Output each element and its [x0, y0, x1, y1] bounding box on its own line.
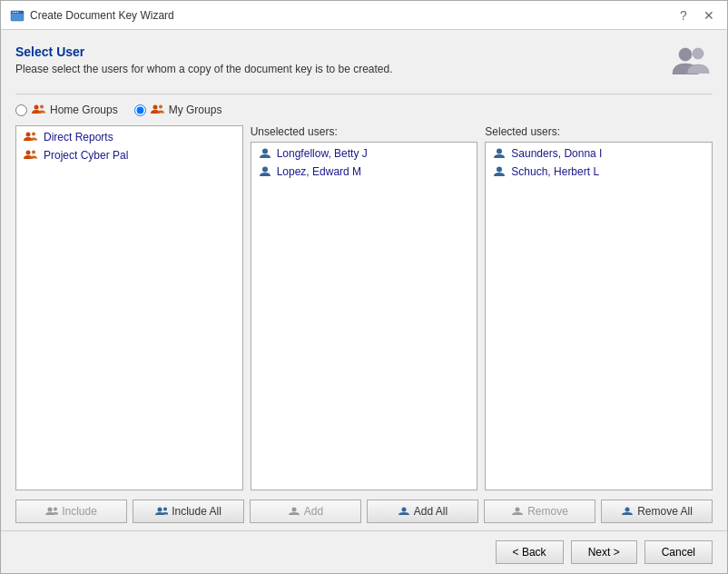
add-label: Add — [304, 505, 323, 518]
list-item[interactable]: Project Cyber Pal — [16, 146, 242, 164]
svg-point-9 — [152, 105, 157, 110]
svg-point-10 — [159, 105, 162, 109]
divider — [15, 94, 713, 94]
svg-point-12 — [32, 133, 35, 136]
selected-column: Selected users: Saunders, Donna I — [485, 125, 713, 490]
remove-all-icon — [621, 506, 634, 517]
svg-point-17 — [497, 149, 502, 154]
list-item[interactable]: Schuch, Herbert L — [486, 163, 712, 181]
user-icon — [493, 165, 506, 178]
header-text: Select User Please select the users for … — [15, 45, 393, 75]
user-icon — [493, 147, 506, 160]
svg-point-8 — [40, 105, 44, 109]
my-groups-radio-option[interactable]: My Groups — [134, 104, 222, 116]
remove-button[interactable]: Remove — [484, 500, 595, 523]
cancel-button[interactable]: Cancel — [644, 540, 713, 564]
svg-point-23 — [291, 508, 296, 512]
svg-point-16 — [262, 167, 268, 173]
add-all-icon — [398, 506, 410, 517]
wizard-icon — [10, 8, 25, 23]
svg-point-26 — [625, 508, 630, 512]
back-button[interactable]: < Back — [496, 540, 564, 564]
page-description: Please select the users for whom a copy … — [15, 63, 393, 75]
groups-column: Direct Reports Project Cyber Pal — [15, 125, 243, 490]
list-item[interactable]: Lopez, Edward M — [251, 163, 477, 181]
user-icon — [259, 165, 271, 178]
include-all-icon — [155, 506, 168, 517]
radio-row: Home Groups My Groups — [15, 104, 713, 116]
svg-point-21 — [158, 508, 162, 512]
svg-point-5 — [679, 48, 692, 61]
title-bar-right: ? ✕ — [674, 6, 718, 25]
wizard-window: Create Document Key Wizard ? ✕ Select Us… — [0, 0, 728, 574]
add-button[interactable]: Add — [250, 500, 361, 523]
my-groups-radio[interactable] — [134, 104, 146, 116]
unselected-users-list[interactable]: Longfellow, Betty J Lopez, Edward M — [251, 142, 478, 490]
unselected-label: Unselected users: — [251, 125, 478, 138]
svg-point-4 — [17, 11, 19, 13]
group-icon — [24, 131, 38, 144]
home-groups-icon — [32, 104, 46, 116]
include-all-label: Include All — [172, 505, 221, 518]
remove-all-button[interactable]: Remove All — [601, 500, 713, 523]
user-icon — [259, 147, 271, 160]
include-label: Include — [62, 505, 97, 518]
remove-btn-panel: Remove Remove All — [484, 500, 713, 523]
home-groups-label: Home Groups — [50, 104, 118, 116]
svg-point-11 — [26, 133, 31, 137]
add-all-button[interactable]: Add All — [367, 500, 478, 523]
svg-point-13 — [26, 151, 31, 155]
close-button[interactable]: ✕ — [700, 6, 718, 25]
action-buttons-row: Include Include All — [15, 500, 713, 523]
users-icon — [671, 45, 711, 80]
include-all-button[interactable]: Include All — [133, 500, 244, 523]
header-section: Select User Please select the users for … — [15, 45, 713, 81]
home-groups-radio-option[interactable]: Home Groups — [15, 104, 118, 116]
svg-point-2 — [13, 11, 15, 13]
home-groups-radio[interactable] — [15, 104, 27, 116]
add-all-label: Add All — [414, 505, 448, 518]
help-button[interactable]: ? — [674, 6, 693, 25]
list-item[interactable]: Direct Reports — [16, 128, 242, 146]
page-title: Select User — [15, 45, 393, 59]
header-icon — [669, 45, 713, 81]
unselected-column: Unselected users: Longfellow, Betty J — [251, 125, 478, 490]
add-icon — [288, 506, 300, 517]
title-text: Create Document Key Wizard — [30, 9, 174, 22]
svg-point-19 — [48, 508, 53, 512]
title-bar-left: Create Document Key Wizard — [10, 8, 174, 23]
remove-all-label: Remove All — [637, 505, 693, 518]
svg-point-6 — [693, 48, 703, 59]
svg-point-18 — [497, 167, 502, 173]
svg-point-22 — [163, 508, 167, 511]
main-content: Select User Please select the users for … — [1, 30, 727, 530]
groups-list[interactable]: Direct Reports Project Cyber Pal — [15, 125, 243, 490]
svg-point-7 — [34, 105, 39, 110]
next-button[interactable]: Next > — [571, 540, 637, 564]
footer: < Back Next > Cancel — [1, 530, 727, 573]
remove-icon — [511, 506, 524, 517]
svg-point-14 — [32, 151, 35, 154]
svg-point-3 — [15, 11, 16, 13]
group-icon — [24, 149, 38, 162]
list-item[interactable]: Saunders, Donna I — [486, 144, 712, 163]
list-item[interactable]: Longfellow, Betty J — [251, 144, 477, 163]
include-icon — [45, 506, 58, 517]
lists-section: Direct Reports Project Cyber Pal — [15, 125, 713, 490]
groups-btn-panel: Include Include All — [15, 500, 244, 523]
svg-point-15 — [262, 149, 268, 154]
svg-point-25 — [516, 508, 520, 512]
include-button[interactable]: Include — [15, 500, 127, 523]
svg-point-24 — [401, 508, 406, 512]
my-groups-label: My Groups — [169, 104, 222, 116]
remove-label: Remove — [527, 505, 568, 518]
selected-label: Selected users: — [485, 125, 713, 138]
add-btn-panel: Add Add All — [250, 500, 478, 523]
my-groups-icon — [151, 104, 165, 116]
svg-point-20 — [54, 508, 57, 511]
title-bar: Create Document Key Wizard ? ✕ — [1, 1, 727, 30]
selected-users-list[interactable]: Saunders, Donna I Schuch, Herbert L — [485, 142, 713, 490]
